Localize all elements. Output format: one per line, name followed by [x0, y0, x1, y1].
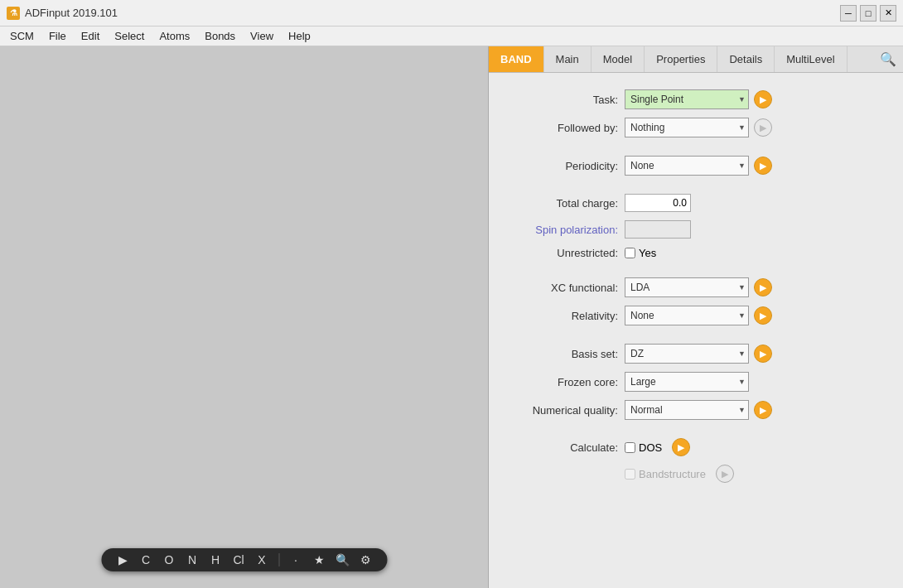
cursor-tool[interactable]: ▶: [114, 553, 131, 566]
dos-label: DOS: [639, 441, 662, 454]
bandstructure-row: Bandstructure ▶: [502, 465, 890, 483]
tab-multilevel[interactable]: MultiLevel: [775, 46, 847, 72]
oxygen-tool[interactable]: O: [161, 553, 177, 566]
xc-functional-control-group: LDA GGA Hybrid MetaGGA ▶: [625, 277, 772, 297]
basis-set-control-group: DZ DZP TZP TZ2P QZ4P ▶: [625, 344, 772, 364]
task-select-wrapper: Single Point Geometry Optimization Frequ…: [625, 89, 749, 109]
tab-properties[interactable]: Properties: [645, 46, 717, 72]
x-tool[interactable]: X: [254, 553, 270, 566]
basis-set-select-wrapper: DZ DZP TZP TZ2P QZ4P: [625, 344, 749, 364]
relativity-select-wrapper: None Scalar Spin-Orbit: [625, 306, 749, 325]
total-charge-row: Total charge:: [502, 194, 890, 212]
relativity-control-group: None Scalar Spin-Orbit ▶: [625, 306, 772, 325]
app-icon: ⚗: [7, 7, 20, 20]
numerical-quality-select[interactable]: Basic Normal Good Very Good Excellent: [625, 400, 749, 420]
menu-bonds[interactable]: Bonds: [198, 28, 242, 44]
hydrogen-tool[interactable]: H: [207, 553, 224, 566]
nitrogen-tool[interactable]: N: [184, 553, 200, 566]
minimize-button[interactable]: ─: [840, 5, 857, 22]
search-icon[interactable]: 🔍: [873, 48, 903, 70]
bandstructure-checkbox-group: Bandstructure: [625, 468, 706, 480]
tab-band[interactable]: BAND: [489, 46, 544, 72]
numerical-quality-label: Numerical quality:: [502, 404, 618, 417]
title-bar-left: ⚗ ADFinput 2019.101: [7, 7, 118, 20]
menu-select[interactable]: Select: [108, 28, 151, 44]
basis-set-row: Basis set: DZ DZP TZP TZ2P QZ4P ▶: [502, 344, 890, 364]
spin-polarization-input[interactable]: [625, 220, 691, 239]
bottom-toolbar: ▶ C O N H Cl X · ★ 🔍 ⚙: [101, 548, 387, 571]
search-tool[interactable]: 🔍: [334, 553, 350, 566]
calculate-label: Calculate:: [502, 441, 618, 454]
tab-model[interactable]: Model: [592, 46, 645, 72]
bandstructure-checkbox[interactable]: [625, 469, 635, 480]
tab-details[interactable]: Details: [717, 46, 775, 72]
followed-by-select[interactable]: Nothing Geometry Optimization Frequencie…: [625, 118, 749, 137]
frozen-core-select[interactable]: None Small Large: [625, 372, 749, 392]
followed-by-control-group: Nothing Geometry Optimization Frequencie…: [625, 118, 772, 137]
relativity-nav-button[interactable]: ▶: [754, 306, 772, 325]
frozen-core-control-group: None Small Large: [625, 372, 749, 392]
spacer-2: [502, 184, 890, 194]
menu-bar: SCM File Edit Select Atoms Bonds View He…: [0, 27, 903, 46]
spacer-3: [502, 267, 890, 277]
dos-checkbox[interactable]: [625, 442, 635, 453]
menu-scm[interactable]: SCM: [3, 28, 41, 44]
xc-functional-label: XC functional:: [502, 282, 618, 294]
task-control-group: Single Point Geometry Optimization Frequ…: [625, 89, 772, 109]
xc-functional-select-wrapper: LDA GGA Hybrid MetaGGA: [625, 277, 749, 297]
xc-functional-select[interactable]: LDA GGA Hybrid MetaGGA: [625, 277, 749, 297]
menu-atoms[interactable]: Atoms: [152, 28, 196, 44]
relativity-select[interactable]: None Scalar Spin-Orbit: [625, 306, 749, 325]
star-tool[interactable]: ★: [311, 553, 327, 566]
tab-main[interactable]: Main: [544, 46, 592, 72]
spacer-1: [502, 146, 890, 156]
task-row: Task: Single Point Geometry Optimization…: [502, 89, 890, 109]
xc-functional-nav-button[interactable]: ▶: [754, 278, 772, 296]
right-panel: BAND Main Model Properties Details Multi…: [489, 46, 903, 588]
spin-polarization-row: Spin polarization:: [502, 220, 890, 239]
calculate-nav-button[interactable]: ▶: [672, 438, 690, 456]
relativity-row: Relativity: None Scalar Spin-Orbit ▶: [502, 306, 890, 325]
frozen-core-label: Frozen core:: [502, 376, 618, 388]
unrestricted-row: Unrestricted: Yes: [502, 247, 890, 259]
app-title: ADFinput 2019.101: [25, 7, 118, 19]
frozen-core-select-wrapper: None Small Large: [625, 372, 749, 392]
followed-by-select-wrapper: Nothing Geometry Optimization Frequencie…: [625, 118, 749, 137]
task-nav-button[interactable]: ▶: [754, 90, 772, 108]
followed-by-label: Followed by:: [502, 122, 618, 134]
periodicity-control-group: None 1D 2D 3D ▶: [625, 156, 772, 176]
numerical-quality-nav-button[interactable]: ▶: [754, 401, 772, 419]
maximize-button[interactable]: □: [860, 5, 876, 22]
chlorine-tool[interactable]: Cl: [230, 553, 247, 566]
dos-row: DOS: [625, 441, 662, 454]
periodicity-nav-button[interactable]: ▶: [754, 157, 772, 175]
basis-set-label: Basis set:: [502, 348, 618, 360]
settings-tool[interactable]: ⚙: [357, 553, 374, 566]
basis-set-nav-button[interactable]: ▶: [754, 345, 772, 363]
basis-set-select[interactable]: DZ DZP TZP TZ2P QZ4P: [625, 344, 749, 364]
calculate-options: DOS: [625, 441, 662, 454]
menu-file[interactable]: File: [42, 28, 73, 44]
total-charge-label: Total charge:: [502, 197, 618, 210]
unrestricted-checkbox[interactable]: [625, 248, 635, 258]
close-button[interactable]: ✕: [880, 5, 896, 22]
dot-tool[interactable]: ·: [287, 553, 304, 566]
title-bar: ⚗ ADFinput 2019.101 ─ □ ✕: [0, 0, 903, 27]
frozen-core-row: Frozen core: None Small Large: [502, 372, 890, 392]
menu-view[interactable]: View: [244, 28, 280, 44]
spin-polarization-label: Spin polarization:: [502, 224, 618, 236]
task-select[interactable]: Single Point Geometry Optimization Frequ…: [625, 89, 749, 109]
spacer-5: [502, 428, 890, 438]
carbon-tool[interactable]: C: [138, 553, 154, 566]
menu-help[interactable]: Help: [282, 28, 317, 44]
followed-by-row: Followed by: Nothing Geometry Optimizati…: [502, 118, 890, 137]
bandstructure-label: Bandstructure: [639, 468, 706, 480]
followed-by-nav-button: ▶: [754, 118, 772, 137]
numerical-quality-row: Numerical quality: Basic Normal Good Ver…: [502, 400, 890, 420]
spacer-4: [502, 334, 890, 344]
numerical-quality-control-group: Basic Normal Good Very Good Excellent ▶: [625, 400, 772, 420]
relativity-label: Relativity:: [502, 310, 618, 322]
total-charge-input[interactable]: [625, 194, 691, 212]
menu-edit[interactable]: Edit: [75, 28, 106, 44]
periodicity-select[interactable]: None 1D 2D 3D: [625, 156, 749, 176]
